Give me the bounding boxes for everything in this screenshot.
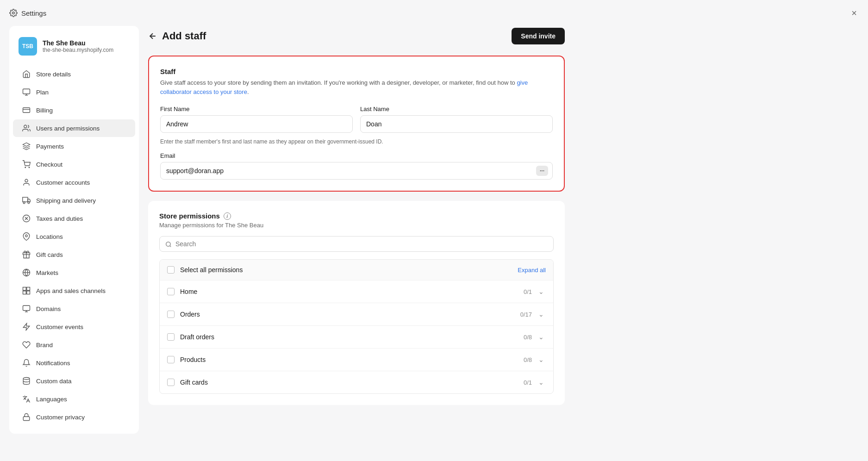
- content-area: Add staff Send invite Staff Give staff a…: [148, 26, 565, 434]
- permission-row-orders: Orders 0/17 ⌄: [160, 303, 553, 326]
- permission-expand-draft-orders[interactable]: ⌄: [537, 332, 546, 342]
- sidebar-item-markets[interactable]: Markets: [13, 264, 135, 281]
- sidebar-item-languages[interactable]: Languages: [13, 390, 135, 408]
- locations-icon: [22, 232, 31, 241]
- sidebar-item-domains[interactable]: Domains: [13, 300, 135, 318]
- permission-row-draft-orders: Draft orders 0/8 ⌄: [160, 326, 553, 349]
- sidebar-label-apps-sales-channels: Apps and sales channels: [36, 287, 106, 294]
- sidebar-item-shipping-delivery[interactable]: Shipping and delivery: [13, 192, 135, 209]
- staff-card: Staff Give staff access to your store by…: [148, 56, 565, 192]
- send-invite-button[interactable]: Send invite: [512, 28, 565, 44]
- svg-rect-1: [23, 89, 30, 94]
- svg-point-8: [29, 167, 30, 168]
- permission-expand-products[interactable]: ⌄: [537, 355, 546, 364]
- svg-rect-26: [23, 305, 30, 311]
- last-name-input[interactable]: [360, 115, 553, 133]
- search-input[interactable]: [175, 240, 548, 248]
- sidebar-item-customer-privacy[interactable]: Customer privacy: [13, 408, 135, 426]
- page-header-left: Add staff: [148, 30, 206, 42]
- sidebar-item-custom-data[interactable]: Custom data: [13, 372, 135, 390]
- permission-expand-home[interactable]: ⌄: [537, 287, 546, 296]
- permission-right-products: 0/8 ⌄: [524, 355, 546, 364]
- custom-data-icon: [22, 377, 31, 385]
- sidebar-item-locations[interactable]: Locations: [13, 228, 135, 245]
- search-icon: [165, 240, 172, 248]
- back-arrow-icon: [148, 31, 157, 41]
- permission-count-orders: 0/17: [520, 311, 532, 318]
- name-form-row: First Name Last Name: [160, 106, 553, 133]
- permission-checkbox-draft-orders[interactable]: [167, 333, 175, 341]
- top-bar-left: Settings: [9, 9, 46, 17]
- sidebar-item-checkout[interactable]: Checkout: [13, 156, 135, 173]
- permissions-subtitle: Manage permissions for The She Beau: [159, 222, 554, 229]
- last-name-label: Last Name: [360, 106, 553, 112]
- permission-left-home: Home: [167, 288, 197, 295]
- close-button[interactable]: ×: [849, 6, 859, 19]
- permission-checkbox-home[interactable]: [167, 288, 175, 295]
- expand-all-button[interactable]: Expand all: [518, 267, 546, 274]
- sidebar-item-customer-events[interactable]: Customer events: [13, 318, 135, 336]
- top-bar: Settings ×: [0, 0, 868, 26]
- permission-row-home: Home 0/1 ⌄: [160, 280, 553, 303]
- permission-row-products: Products 0/8 ⌄: [160, 349, 553, 371]
- permission-left-products: Products: [167, 356, 206, 363]
- sidebar-item-users-permissions[interactable]: Users and permissions: [13, 119, 135, 137]
- permission-expand-gift-cards-perm[interactable]: ⌄: [537, 378, 546, 387]
- permission-checkbox-products[interactable]: [167, 356, 175, 363]
- svg-marker-11: [28, 199, 30, 202]
- sidebar-label-domains: Domains: [36, 305, 61, 312]
- first-name-input[interactable]: [160, 115, 353, 133]
- store-url: the-she-beau.myshopify.com: [43, 47, 113, 53]
- store-icon: [22, 70, 31, 78]
- sidebar-item-plan[interactable]: Plan: [13, 83, 135, 101]
- customer-events-icon: [22, 323, 31, 331]
- email-group: Email ···: [160, 152, 553, 180]
- sidebar-label-customer-privacy: Customer privacy: [36, 414, 85, 421]
- store-info: The She Beau the-she-beau.myshopify.com: [43, 39, 113, 53]
- sidebar-label-brand: Brand: [36, 342, 53, 349]
- permission-expand-orders[interactable]: ⌄: [537, 310, 546, 319]
- taxes-icon: [22, 214, 31, 223]
- sidebar-item-gift-cards[interactable]: Gift cards: [13, 246, 135, 263]
- email-action-button[interactable]: ···: [536, 166, 548, 176]
- billing-icon: [22, 106, 31, 114]
- sidebar-label-locations: Locations: [36, 233, 63, 240]
- staff-section-desc: Give staff access to your store by sendi…: [160, 78, 553, 96]
- select-all-checkbox[interactable]: [167, 266, 175, 274]
- email-input[interactable]: [160, 162, 553, 180]
- sidebar-item-payments[interactable]: Payments: [13, 137, 135, 155]
- permission-row-gift-cards: Gift cards 0/1 ⌄: [160, 371, 553, 393]
- privacy-icon: [22, 413, 31, 421]
- select-all-left: Select all permissions: [167, 266, 243, 274]
- svg-point-9: [25, 179, 28, 182]
- permission-count-gift-cards-perm: 0/1: [524, 379, 532, 386]
- svg-rect-22: [23, 287, 26, 291]
- select-all-label: Select all permissions: [180, 266, 243, 274]
- permissions-info-icon[interactable]: i: [224, 212, 231, 220]
- email-input-wrapper: ···: [160, 162, 553, 180]
- sidebar-label-gift-cards: Gift cards: [36, 251, 63, 258]
- email-label: Email: [160, 152, 553, 159]
- staff-desc-text2: .: [247, 88, 249, 95]
- sidebar-item-customer-accounts[interactable]: Customer accounts: [13, 174, 135, 191]
- svg-rect-4: [23, 108, 30, 113]
- sidebar-label-taxes-duties: Taxes and duties: [36, 215, 83, 222]
- permission-checkbox-gift-cards-perm[interactable]: [167, 379, 175, 386]
- sidebar-item-brand[interactable]: Brand: [13, 336, 135, 354]
- sidebar-item-taxes-duties[interactable]: Taxes and duties: [13, 210, 135, 227]
- permission-count-home: 0/1: [524, 288, 532, 295]
- sidebar-item-store-details[interactable]: Store details: [13, 65, 135, 83]
- sidebar-item-apps-sales-channels[interactable]: Apps and sales channels: [13, 282, 135, 299]
- permission-checkbox-orders[interactable]: [167, 311, 175, 318]
- permissions-title: Store permissions: [159, 212, 220, 220]
- svg-point-13: [28, 202, 30, 204]
- permission-name-gift-cards-perm: Gift cards: [180, 379, 208, 386]
- back-button[interactable]: [148, 31, 157, 41]
- sidebar-label-customer-events: Customer events: [36, 324, 83, 330]
- sidebar-item-billing[interactable]: Billing: [13, 101, 135, 119]
- store-name: The She Beau: [43, 39, 113, 47]
- sidebar-item-notifications[interactable]: Notifications: [13, 354, 135, 372]
- store-avatar: TSB: [19, 37, 37, 56]
- svg-point-6: [24, 125, 27, 128]
- svg-point-12: [23, 202, 25, 204]
